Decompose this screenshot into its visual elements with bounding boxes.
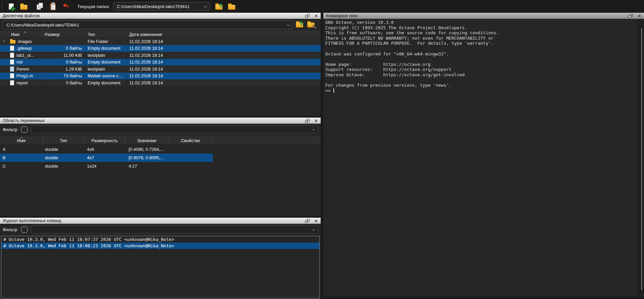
paste-button[interactable]: [48, 1, 58, 11]
new-script-button[interactable]: [6, 1, 16, 11]
filter-combobox[interactable]: [31, 225, 318, 233]
undo-button[interactable]: [60, 1, 71, 11]
chevron-down-icon: [204, 4, 207, 8]
file-row[interactable]: lab1_ot...11,00 KiBtext/plain11.02.2026 …: [0, 52, 321, 59]
browse-directories-button[interactable]: [227, 1, 237, 11]
undock-icon[interactable]: [305, 119, 310, 123]
current-folder-combobox[interactable]: C:\Users\Nika\Desktop\it-labs\TEMA1: [113, 2, 210, 11]
open-file-button[interactable]: [19, 1, 29, 11]
file-table-header: Имя Размер Тип Дата изменения: [0, 31, 321, 38]
plus-icon: [11, 7, 15, 11]
file-date: 11.02.2026 18:14: [127, 46, 321, 51]
history-entry[interactable]: # Octave 10.3.0, Wed Feb 11 18:08:23 202…: [1, 243, 319, 249]
workspace-titlebar[interactable]: Область переменных ✕: [0, 118, 321, 124]
variable-dimension: 1x24: [84, 164, 125, 169]
file-name: Perem: [16, 67, 29, 72]
column-header-type[interactable]: Тип: [85, 31, 127, 38]
close-icon[interactable]: ✕: [314, 219, 318, 223]
panel-title: Журнал выполненных команд: [3, 218, 61, 223]
file-type: text/plain: [85, 53, 127, 58]
caret-down-icon: ▾: [315, 26, 316, 29]
command-history-titlebar[interactable]: Журнал выполненных команд ✕: [0, 218, 321, 224]
prompt-line[interactable]: >>: [323, 88, 644, 93]
variable-dimension: 4x7: [84, 155, 125, 160]
chevron-down-icon: [312, 227, 315, 231]
file-size: 0 байты: [42, 59, 85, 65]
column-header-size[interactable]: Размер: [42, 31, 85, 38]
sort-ascending-icon: [24, 32, 27, 34]
history-entry[interactable]: # Octave 10.3.0, Wed Feb 11 18:07:37 202…: [1, 236, 319, 243]
close-icon[interactable]: ✕: [638, 14, 641, 18]
panel-title: Командное окно: [326, 13, 358, 18]
folder-actions-button[interactable]: ⚙ ▾: [306, 21, 316, 29]
filter-checkbox[interactable]: [21, 226, 28, 233]
variable-value: [0.4095, 0.7264,...: [125, 147, 169, 152]
close-icon[interactable]: ✕: [314, 14, 318, 18]
command-window-titlebar[interactable]: Командное окно ✕: [323, 13, 644, 19]
variable-row[interactable]: Adouble4x6[0.4095, 0.7264,...: [0, 145, 213, 154]
file-row[interactable]: Prog1.m73 байтыMatlab source c...11.02.2…: [0, 73, 321, 80]
file-row[interactable]: md0 байтыEmpty document11.02.2026 18:14: [0, 59, 321, 66]
column-header-dimension[interactable]: Размерность: [84, 137, 125, 144]
column-header-name[interactable]: Имя: [0, 31, 42, 38]
main-toolbar: Текущая папка: C:\Users\Nika\Desktop\it-…: [0, 0, 644, 13]
one-directory-up-button[interactable]: [295, 21, 304, 29]
file-type: Empty document: [85, 80, 127, 85]
column-header-value[interactable]: Значение: [125, 137, 169, 144]
file-name-cell: Prog1.m: [0, 73, 42, 78]
file-row[interactable]: imagesFile Folder11.02.2026 18:14: [0, 38, 321, 45]
file-browser-panel: Диспетчер файлов ✕ C:/Users/Nika/Desktop…: [0, 13, 321, 116]
file-date: 11.02.2026 18:14: [127, 39, 321, 44]
file-size: 73 байты: [42, 73, 85, 78]
file-row[interactable]: Perem1,29 KiBtext/plain11.02.2026 18:14: [0, 66, 321, 73]
file-size: 1,29 KiB: [42, 67, 85, 72]
file-type: Empty document: [85, 46, 127, 51]
variable-dimension: 4x6: [84, 147, 125, 152]
column-header-attribute[interactable]: Свойство: [169, 137, 213, 144]
file-name: images: [18, 39, 32, 44]
workspace-panel: Область переменных ✕ Фильтр Имя Тип Разм…: [0, 118, 321, 216]
current-folder-value: C:\Users\Nika\Desktop\it-labs\TEMA1: [117, 4, 190, 9]
file-name: .gitkeep: [16, 46, 32, 51]
file-row[interactable]: report0 байтыEmpty document11.02.2026 18…: [0, 79, 321, 86]
file-name-cell: images: [0, 39, 42, 44]
toolbar-drag-handle[interactable]: [1, 2, 3, 11]
scrollbar-thumb[interactable]: [641, 29, 642, 290]
file-date: 11.02.2026 18:14: [127, 59, 321, 65]
file-browser-content: C:/Users/Nika/Desktop/it-labs/TEMA1 ⚙ ▾: [0, 19, 321, 116]
command-history-panel: Журнал выполненных команд ✕ Фильтр # Oct…: [0, 218, 321, 299]
file-icon: [10, 59, 14, 65]
close-icon[interactable]: ✕: [314, 119, 318, 123]
folder-icon: [228, 5, 235, 10]
filter-checkbox[interactable]: [21, 126, 28, 133]
file-size: 0 байты: [42, 46, 85, 51]
column-header-class[interactable]: Тип: [43, 137, 84, 144]
variable-name: C: [0, 164, 43, 169]
file-name-cell: md: [0, 59, 42, 65]
file-date: 11.02.2026 18:14: [127, 80, 321, 85]
variable-class: double: [43, 147, 84, 152]
variable-row[interactable]: Bdouble4x7[0.9076, 0.9095,...: [0, 154, 213, 162]
file-size: 0 байты: [42, 80, 85, 85]
undock-icon[interactable]: [305, 14, 310, 18]
filter-combobox[interactable]: [31, 125, 318, 133]
undock-icon[interactable]: [305, 219, 310, 223]
file-date: 11.02.2026 18:14: [127, 53, 321, 58]
expand-chevron-icon[interactable]: [2, 40, 6, 43]
file-browser-titlebar[interactable]: Диспетчер файлов ✕: [0, 13, 321, 19]
file-size: 11,00 KiB: [42, 53, 85, 58]
file-name: report: [16, 80, 28, 85]
file-row[interactable]: .gitkeep0 байтыEmpty document11.02.2026 …: [0, 45, 321, 52]
undock-icon[interactable]: [629, 14, 633, 18]
copy-button[interactable]: [35, 1, 45, 11]
command-window-content[interactable]: GNU Octave, version 10.3.0 Copyright (C)…: [323, 19, 644, 297]
variable-row[interactable]: Cdouble1x244:27: [0, 162, 213, 170]
folder-settings-icon: ⚙ ▾: [307, 23, 315, 28]
file-browser-path-combobox[interactable]: C:/Users/Nika/Desktop/it-labs/TEMA1: [3, 20, 293, 29]
file-browser-rows: imagesFile Folder11.02.2026 18:14.gitkee…: [0, 38, 321, 86]
column-header-name[interactable]: Имя: [0, 137, 43, 144]
folder-up-button[interactable]: [214, 1, 224, 11]
column-header-date[interactable]: Дата изменения: [127, 31, 321, 38]
vertical-scrollbar[interactable]: [637, 19, 644, 295]
variable-class: double: [43, 164, 84, 169]
